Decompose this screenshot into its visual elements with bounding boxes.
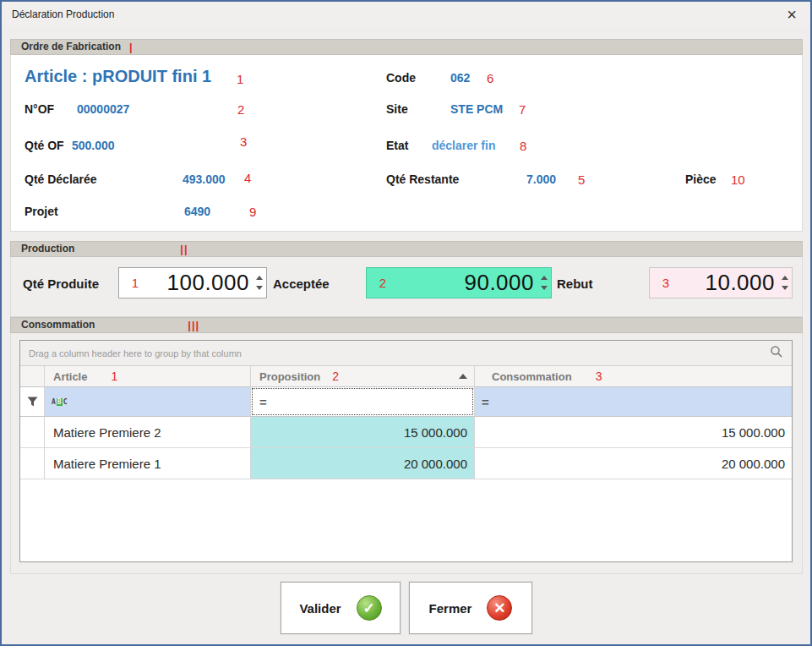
annotation-6: 6 — [487, 71, 493, 85]
filter-article-cell[interactable]: ABC — [45, 387, 251, 417]
grid-header-row: Article 1 Proposition 2 Consommation 3 — [20, 366, 792, 387]
group-caption-consommation: Consommation ||| — [10, 317, 803, 333]
qte-produite-input[interactable]: 1 100.000 — [118, 267, 267, 298]
annotation-col-3: 3 — [596, 370, 602, 383]
site-value: STE PCM — [450, 102, 503, 116]
code-value: 062 — [450, 71, 470, 85]
titlebar: Déclaration Production × — [2, 2, 810, 27]
production-caption-text: Production — [21, 242, 74, 256]
qte-produite-value: 100.000 — [151, 270, 253, 296]
fabrication-marker: | — [129, 40, 134, 54]
group-panel-hint: Drag a column header here to group by th… — [29, 348, 242, 359]
valider-label: Valider — [299, 601, 341, 616]
acceptee-input[interactable]: 2 90.000 — [366, 267, 552, 298]
equals-operator: = — [475, 395, 489, 409]
grid-group-panel[interactable]: Drag a column header here to group by th… — [20, 341, 792, 366]
spin-up-icon[interactable] — [541, 276, 548, 280]
qte-of-label: Qté OF — [25, 139, 64, 152]
group-caption-fabrication: Ordre de Fabrication | — [10, 39, 803, 55]
declaration-production-dialog: Déclaration Production × Ordre de Fabric… — [0, 0, 812, 646]
consommation-caption-text: Consommation — [21, 318, 95, 332]
equals-operator: = — [253, 395, 267, 409]
acceptee-value: 90.000 — [399, 270, 537, 296]
annotation-9: 9 — [249, 205, 256, 219]
annotation-4: 4 — [244, 171, 251, 185]
etat-value: déclarer fin — [432, 139, 495, 152]
consommation-cell[interactable]: 15 000.000 — [475, 417, 792, 448]
group-ordre-de-fabrication: Ordre de Fabrication | Article : pRODUIT… — [10, 39, 803, 232]
qte-of-value: 500.000 — [72, 139, 115, 152]
filter-proposition-cell[interactable]: = — [251, 387, 475, 417]
proposition-cell[interactable]: 15 000.000 — [251, 417, 475, 448]
consommation-body: Drag a column header here to group by th… — [10, 333, 803, 574]
site-label: Site — [386, 102, 408, 116]
column-header-article[interactable]: Article 1 — [45, 366, 251, 387]
proposition-header-label: Proposition — [259, 370, 320, 383]
rebut-input[interactable]: 3 10.000 — [649, 267, 793, 298]
annotation-8: 8 — [520, 139, 526, 153]
fermer-button[interactable]: Fermer ✕ — [409, 582, 532, 634]
header-indicator-cell — [20, 366, 45, 387]
table-row[interactable]: Matiere Premiere 1 20 000.000 20 000.000 — [20, 448, 792, 479]
sort-ascending-icon — [459, 374, 467, 379]
spin-down-icon[interactable] — [782, 286, 788, 290]
annotation-2: 2 — [237, 102, 244, 117]
column-header-proposition[interactable]: Proposition 2 — [251, 366, 475, 387]
nof-label: N°OF — [25, 102, 54, 116]
column-header-consommation[interactable]: Consommation 3 — [475, 366, 792, 387]
group-production: Production || Qté Produite 1 100.000 Acc… — [10, 241, 803, 317]
projet-value: 6490 — [184, 205, 210, 218]
consommation-cell[interactable]: 20 000.000 — [475, 448, 792, 479]
article-cell[interactable]: Matiere Premiere 2 — [45, 417, 251, 448]
search-icon[interactable] — [770, 345, 783, 362]
grid-filter-row: ABC = = — [20, 387, 792, 417]
production-marker: || — [180, 242, 188, 256]
qte-produite-label: Qté Produite — [23, 276, 99, 291]
article-cell[interactable]: Matiere Premiere 1 — [45, 448, 251, 479]
spin-down-icon[interactable] — [256, 286, 263, 290]
qte-declaree-label: Qté Déclarée — [25, 172, 97, 186]
filter-consommation-cell[interactable]: = — [475, 387, 792, 417]
consommation-marker: ||| — [188, 318, 199, 332]
annotation-prod-1: 1 — [119, 276, 151, 290]
consommation-grid: Drag a column header here to group by th… — [19, 340, 793, 562]
nof-value: 00000027 — [77, 102, 129, 116]
production-body: Qté Produite 1 100.000 Acceptée 2 90.000… — [10, 257, 803, 317]
table-row[interactable]: Matiere Premiere 2 15 000.000 15 000.000 — [20, 417, 792, 448]
etat-label: Etat — [386, 139, 408, 152]
annotation-prod-2: 2 — [367, 276, 399, 290]
filter-indicator-cell — [20, 387, 45, 417]
filter-funnel-icon — [27, 397, 38, 407]
fabrication-body: Article : pRODUIT fini 1 1 Code 062 6 N°… — [10, 55, 803, 232]
acceptee-label: Acceptée — [273, 276, 330, 291]
group-caption-production: Production || — [10, 241, 803, 257]
piece-label: Pièce — [685, 172, 717, 186]
rebut-label: Rebut — [557, 276, 593, 291]
consommation-header-label: Consommation — [483, 370, 572, 383]
spin-down-icon[interactable] — [541, 286, 548, 290]
fermer-label: Fermer — [429, 601, 472, 616]
group-consommation: Consommation ||| Drag a column header he… — [10, 317, 803, 574]
valider-button[interactable]: Valider ✓ — [281, 582, 401, 634]
cross-icon: ✕ — [487, 595, 512, 621]
close-icon[interactable]: × — [787, 4, 797, 25]
check-icon: ✓ — [357, 595, 382, 621]
code-label: Code — [386, 71, 416, 85]
annotation-5: 5 — [578, 172, 585, 187]
window-title: Déclaration Production — [12, 8, 114, 20]
article-header-label: Article — [53, 370, 87, 383]
annotation-3: 3 — [240, 134, 247, 149]
proposition-cell[interactable]: 20 000.000 — [251, 448, 475, 479]
spin-up-icon[interactable] — [782, 276, 788, 280]
qte-restante-value: 7.000 — [526, 172, 556, 186]
qte-restante-label: Qté Restante — [386, 172, 459, 186]
annotation-1: 1 — [237, 72, 243, 86]
annotation-7: 7 — [519, 102, 526, 117]
rebut-value: 10.000 — [682, 270, 778, 296]
qte-declaree-value: 493.000 — [183, 172, 226, 186]
annotation-col-2: 2 — [332, 370, 339, 383]
article-title: Article : pRODUIT fini 1 — [25, 67, 211, 86]
annotation-prod-3: 3 — [650, 276, 682, 290]
abc-filter-icon: ABC — [45, 398, 67, 406]
spin-up-icon[interactable] — [256, 276, 263, 280]
